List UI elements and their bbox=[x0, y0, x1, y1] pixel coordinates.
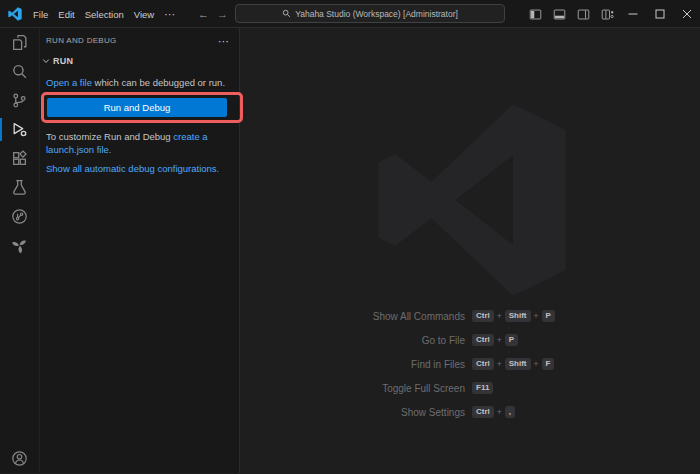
workbench: RUN AND DEBUG ⋯ RUN Open a file which ca… bbox=[0, 28, 700, 473]
window-title: Yahaha Studio (Workspace) [Administrator… bbox=[295, 9, 458, 19]
maximize-button[interactable] bbox=[646, 0, 673, 28]
open-file-text: Open a file which can be debugged or run… bbox=[46, 76, 233, 89]
toggle-panel-icon[interactable] bbox=[547, 0, 571, 28]
panel-header: RUN AND DEBUG ⋯ bbox=[40, 31, 239, 50]
explorer-icon[interactable] bbox=[0, 28, 39, 57]
history-navigation: ← → bbox=[198, 0, 228, 28]
editor-area: Show All Commands Ctrl+Shift+P Go to Fil… bbox=[240, 28, 700, 473]
source-control-icon[interactable] bbox=[0, 86, 39, 115]
menu-view[interactable]: View bbox=[129, 0, 159, 28]
menu-more-button[interactable]: ⋯ bbox=[159, 0, 180, 28]
menu-file[interactable]: File bbox=[28, 0, 53, 28]
customize-layout-icon[interactable] bbox=[595, 0, 619, 28]
command-center-search[interactable]: Yahaha Studio (Workspace) [Administrator… bbox=[235, 4, 505, 23]
chevron-down-icon bbox=[42, 57, 50, 65]
key-chip: F bbox=[542, 358, 555, 370]
shortcut-row: Go to File Ctrl+P bbox=[240, 328, 700, 352]
yahaha-extension-icon[interactable] bbox=[0, 231, 39, 260]
close-button[interactable] bbox=[673, 0, 700, 28]
extension-circle-icon[interactable] bbox=[0, 202, 39, 231]
vscode-window: File Edit Selection View ⋯ ← → Yahaha St… bbox=[0, 0, 700, 474]
menu-edit[interactable]: Edit bbox=[53, 0, 79, 28]
testing-icon[interactable] bbox=[0, 173, 39, 202]
titlebar-controls bbox=[523, 0, 700, 28]
shortcut-row: Find in Files Ctrl+Shift+F bbox=[240, 352, 700, 376]
shortcut-row: Toggle Full Screen F11 bbox=[240, 376, 700, 400]
vscode-watermark-icon bbox=[374, 102, 570, 298]
toggle-secondary-sidebar-icon[interactable] bbox=[571, 0, 595, 28]
run-section-header[interactable]: RUN bbox=[40, 54, 239, 68]
keyboard-shortcuts-watermark: Show All Commands Ctrl+Shift+P Go to Fil… bbox=[240, 304, 700, 424]
run-and-debug-icon[interactable] bbox=[0, 115, 39, 144]
search-view-icon[interactable] bbox=[0, 57, 39, 86]
show-automatic-configs-link[interactable]: Show all automatic debug configurations. bbox=[46, 163, 219, 174]
customize-text: To customize Run and Debug create a laun… bbox=[46, 130, 233, 156]
key-chip: Ctrl bbox=[472, 406, 494, 418]
open-a-file-link[interactable]: Open a file bbox=[46, 77, 92, 88]
run-section-label: RUN bbox=[53, 56, 73, 66]
account-icon[interactable] bbox=[0, 444, 39, 473]
run-and-debug-button[interactable]: Run and Debug bbox=[47, 98, 227, 117]
toggle-primary-sidebar-icon[interactable] bbox=[523, 0, 547, 28]
shortcut-row: Show Settings Ctrl+, bbox=[240, 400, 700, 424]
menu-bar: File Edit Selection View ⋯ bbox=[0, 0, 180, 28]
key-chip: P bbox=[542, 310, 555, 322]
annotation-highlight-box: Run and Debug bbox=[41, 92, 243, 123]
key-chip: Ctrl bbox=[472, 358, 494, 370]
activity-bar bbox=[0, 28, 40, 473]
key-chip: Ctrl bbox=[472, 310, 494, 322]
back-button[interactable]: ← bbox=[198, 8, 209, 20]
vscode-logo-icon bbox=[8, 7, 22, 21]
search-icon bbox=[282, 9, 291, 18]
shortcut-row: Show All Commands Ctrl+Shift+P bbox=[240, 304, 700, 328]
minimize-button[interactable] bbox=[619, 0, 646, 28]
key-chip: Shift bbox=[505, 358, 531, 370]
run-and-debug-panel: RUN AND DEBUG ⋯ RUN Open a file which ca… bbox=[40, 28, 240, 473]
key-chip: F11 bbox=[472, 382, 493, 394]
extensions-icon[interactable] bbox=[0, 144, 39, 173]
more-actions-button[interactable]: ⋯ bbox=[218, 38, 230, 44]
key-chip: P bbox=[505, 334, 518, 346]
key-chip: Shift bbox=[505, 310, 531, 322]
panel-title: RUN AND DEBUG bbox=[46, 36, 117, 45]
key-chip: Ctrl bbox=[472, 334, 494, 346]
key-chip: , bbox=[505, 406, 515, 418]
forward-button[interactable]: → bbox=[217, 8, 228, 20]
menu-selection[interactable]: Selection bbox=[80, 0, 129, 28]
title-bar: File Edit Selection View ⋯ ← → Yahaha St… bbox=[0, 0, 700, 28]
show-configs-text: Show all automatic debug configurations. bbox=[46, 162, 233, 175]
